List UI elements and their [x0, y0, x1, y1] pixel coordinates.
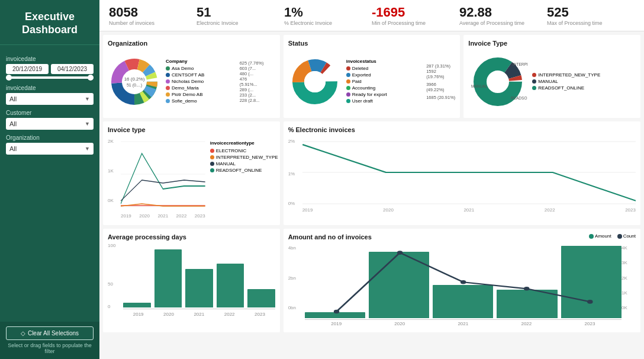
legend-item: Sofie_demo [166, 98, 235, 104]
amount-invoices-title: Amount and no of invoices [288, 233, 372, 241]
kpi-label-5: Max of Processing time [547, 20, 629, 26]
invoicedate-dropdown[interactable]: All ▼ [6, 93, 94, 105]
sidebar-bottom: ◇ Clear All Selections Select or drag fi… [0, 322, 99, 359]
kpi-item-3: -1695Min of Processing time [372, 6, 459, 26]
electronic-pct-title: % Electronic invoices [288, 126, 636, 133]
bar-2021 [185, 269, 213, 307]
main-content: 8058Number of invoices51Electronic Invoi… [99, 0, 644, 359]
legend-item: INTERPRETED_NEW_TYPE [532, 72, 600, 78]
svg-text:MANUAL: MANUAL [471, 84, 487, 88]
date-from[interactable]: 20/12/2019 [6, 64, 49, 74]
legend-item: Exported [346, 72, 421, 78]
invoice-type-pie-container: INTERPRETED_NEW_TYPE MANUAL READSOFT_ONL… [468, 49, 636, 114]
legend-item: ELECTRONIC [210, 148, 275, 153]
legend-item: READSOFT_ONLINE [210, 168, 275, 173]
clear-all-button[interactable]: ◇ Clear All Selections [6, 326, 94, 340]
legend-item: Paid [346, 79, 421, 84]
date-to[interactable]: 04/12/2023 [51, 64, 94, 74]
status-pie-svg [288, 55, 342, 108]
date-filter-label2: invoicedate [6, 85, 94, 91]
kpi-value-1: 51 [197, 6, 278, 19]
kpi-value-3: -1695 [372, 6, 453, 19]
customer-dropdown[interactable]: All ▼ [6, 118, 94, 130]
legend-item: Piotr Demo AB [166, 92, 235, 97]
customer-filter-label: Customer [6, 110, 94, 116]
invoice-type-pie-chart: Invoice Type INTERPRETED_NEW_TYPE MANUAL… [463, 35, 640, 118]
charts-grid: Organization 16 (0.2%) 51 (0....) [99, 31, 644, 359]
organization-dropdown[interactable]: All ▼ [6, 143, 94, 155]
invoice-type-pie-title: Invoice Type [468, 40, 636, 47]
date-range-row: 20/12/2019 04/12/2023 [6, 64, 94, 74]
date-slider[interactable] [6, 76, 94, 79]
count-line-svg [305, 243, 622, 318]
svg-text:16 (0.2%): 16 (0.2%) [124, 76, 145, 82]
invoice-type-line-svg [121, 136, 205, 213]
org-annotations: 625 (7.76%) 603 (7... 480 (... 476 (5.91… [240, 60, 275, 103]
invoice-type-line-title: Invoice type [108, 126, 275, 133]
sidebar-filters: invoicedate 20/12/2019 04/12/2023 invoic… [0, 45, 99, 322]
svg-point-29 [397, 251, 402, 255]
chevron-down-icon2: ▼ [85, 121, 90, 127]
kpi-item-5: 525Max of Processing time [547, 6, 635, 26]
legend-item: MANUAL [532, 79, 600, 84]
avg-processing-bars: 100 50 0 [108, 243, 275, 320]
bar-2019 [123, 303, 151, 307]
kpi-value-5: 525 [547, 6, 629, 19]
legend-item: INTERPRETED_NEW_TYPE [210, 155, 275, 160]
organization-chart: Organization 16 (0.2%) 51 (0....) [103, 35, 280, 118]
kpi-item-2: 1%% Electronic Invoice [284, 6, 372, 26]
bar-2023 [247, 289, 275, 307]
svg-point-31 [524, 287, 529, 291]
kpi-label-1: Electronic Invoice [197, 20, 278, 26]
org-pie-svg: 16 (0.2%) 51 (0....) [108, 55, 161, 108]
sidebar-hint: Select or drag fields to populate the fi… [6, 342, 94, 354]
diamond-icon: ◇ [21, 330, 25, 336]
legend-item: CENTSOFT AB [166, 72, 235, 78]
svg-point-28 [333, 310, 339, 314]
kpi-label-3: Min of Processing time [372, 20, 453, 26]
org-pie-container: 16 (0.2%) 51 (0....) Company Asa DemoCEN… [108, 49, 275, 114]
amount-invoices-legend: Amount Count [589, 233, 636, 239]
svg-point-30 [461, 280, 466, 284]
invoice-type-line-chart: Invoice type 2K 1K 0K [103, 121, 280, 225]
kpi-item-1: 51Electronic Invoice [197, 6, 284, 26]
kpi-value-4: 92.88 [459, 6, 541, 19]
kpi-label-0: Number of invoices [109, 20, 191, 26]
svg-point-7 [123, 70, 146, 94]
status-legend-title: invoicestatus [346, 59, 421, 64]
kpi-value-0: 8058 [109, 6, 191, 19]
legend-item: READSOFT_ONLINE [532, 85, 600, 91]
chevron-down-icon3: ▼ [85, 146, 90, 152]
kpi-item-4: 92.88Average of Processing time [459, 6, 547, 26]
electronic-pct-area: 2% 1% 0% 20192020202120222023 [288, 136, 636, 213]
svg-point-14 [304, 71, 326, 92]
legend-item: Accounting [346, 85, 421, 91]
svg-point-18 [487, 71, 508, 92]
org-legend-title: Company [166, 59, 235, 64]
svg-text:READSOFT_ONLINE: READSOFT_ONLINE [511, 96, 527, 101]
svg-text:51 (0....): 51 (0....) [127, 83, 142, 88]
org-legend: Asa DemoCENTSOFT ABNicholas DemoDemo_Mar… [166, 66, 235, 104]
invoice-type-line-legend: invoicecreationtype ELECTRONICINTERPRETE… [210, 136, 275, 219]
inv-type-pie-legend: INTERPRETED_NEW_TYPEMANUALREADSOFT_ONLIN… [532, 72, 600, 92]
svg-text:INTERPRETED_NEW_TYPE: INTERPRETED_NEW_TYPE [513, 62, 527, 67]
legend-item: Ready for export [346, 92, 421, 97]
electronic-pct-svg [302, 136, 636, 210]
bar-2020 [154, 249, 182, 307]
chevron-down-icon: ▼ [85, 96, 90, 102]
status-pie-container: invoicestatus DeletedExportedPaidAccount… [288, 49, 456, 114]
amount-invoices-area: 4bn2bn0bn [288, 243, 636, 320]
legend-item: User draft [346, 98, 421, 104]
sidebar: ExecutiveDashboard invoicedate 20/12/201… [0, 0, 99, 359]
status-annotations: 287 (3.31%) 1592 (19.76%) 3966 (49.22%) … [426, 63, 455, 100]
status-chart: Status invoicestatus DeletedExportedPaid… [284, 35, 461, 118]
kpi-bar: 8058Number of invoices51Electronic Invoi… [99, 0, 644, 31]
kpi-item-0: 8058Number of invoices [109, 6, 197, 26]
avg-processing-chart: Average processing days 100 50 0 [103, 229, 280, 332]
organization-value: All [9, 145, 17, 152]
organization-filter-label: Organization [6, 134, 94, 141]
invoicedate-value: All [9, 95, 17, 102]
date-filter-label1: invoicedate [6, 56, 94, 62]
kpi-label-2: % Electronic Invoice [284, 20, 366, 26]
electronic-pct-chart: % Electronic invoices 2% 1% 0% 201920202… [284, 121, 640, 225]
